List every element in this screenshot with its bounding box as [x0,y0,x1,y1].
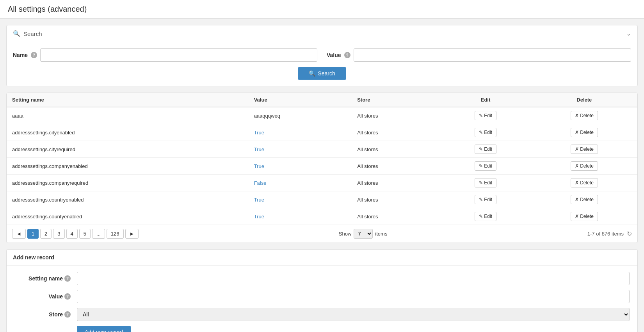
row-edit-cell: ✎ Edit [440,175,531,191]
row-store: All stores [352,124,440,141]
store-select[interactable]: AllStore 1Store 2 [77,308,630,321]
edit-button[interactable]: ✎ Edit [475,195,496,204]
delete-button[interactable]: ✗ Delete [571,195,598,204]
search-icon: 🔍 [13,30,20,37]
row-setting-name: addresssettings.countryenabled [7,191,249,208]
row-setting-name: addresssettings.companyrequired [7,175,249,191]
delete-button[interactable]: ✗ Delete [571,212,598,221]
row-setting-name: addresssettings.countyenabled [7,208,249,225]
col-edit: Edit [440,93,531,107]
delete-button[interactable]: ✗ Delete [571,128,598,137]
edit-button[interactable]: ✎ Edit [475,212,496,221]
search-button[interactable]: 🔍 Search [298,67,346,80]
search-btn-icon: 🔍 [309,70,315,77]
page-button[interactable]: 1 [27,229,39,239]
edit-button[interactable]: ✎ Edit [475,128,496,137]
row-setting-name: aaaa [7,107,249,124]
store-row: Store ? AllStore 1Store 2 [14,308,630,321]
prev-page-button[interactable]: ◄ [12,229,26,239]
row-value: True [249,208,352,225]
value-label: Value [327,52,341,58]
show-items: Show 710152050 items [339,229,388,239]
page-button[interactable]: 4 [66,229,78,239]
row-store: All stores [352,208,440,225]
row-edit-cell: ✎ Edit [440,107,531,124]
row-value: True [249,124,352,141]
row-edit-cell: ✎ Edit [440,141,531,158]
per-page-select[interactable]: 710152050 [354,229,373,239]
row-setting-name: addresssettings.companyenabled [7,158,249,175]
row-store: All stores [352,175,440,191]
row-setting-name: addresssettings.cityrequired [7,141,249,158]
add-btn-row: Add new record [14,326,630,332]
row-delete-cell: ✗ Delete [531,175,637,191]
row-value: True [249,141,352,158]
search-btn-label: Search [318,70,335,77]
name-help-icon: ? [31,52,37,58]
chevron-down-icon: ⌄ [626,30,631,37]
add-record-button[interactable]: Add new record [77,326,131,332]
row-value: False [249,175,352,191]
row-setting-name: addresssettings.cityenabled [7,124,249,141]
page-button[interactable]: 5 [79,229,91,239]
store-label: Store [49,311,63,318]
col-delete: Delete [531,93,637,107]
search-body: Name ? Value ? 🔍 Search [7,42,637,86]
page-button[interactable]: 3 [53,229,64,239]
row-delete-cell: ✗ Delete [531,208,637,225]
name-input[interactable] [40,48,317,62]
store-help-icon: ? [64,311,71,318]
page-button[interactable]: 126 [107,229,124,239]
setting-name-input[interactable] [77,272,630,285]
delete-button[interactable]: ✗ Delete [571,178,598,187]
add-value-label: Value [48,293,63,300]
row-value: aaaqqqweq [249,107,352,124]
row-edit-cell: ✎ Edit [440,124,531,141]
table-row: addresssettings.companyenabledTrueAll st… [7,158,637,175]
page-button[interactable]: 2 [40,229,52,239]
table-row: addresssettings.countyenabledTrueAll sto… [7,208,637,225]
value-row: Value ? [14,290,630,303]
value-input[interactable] [354,48,631,62]
search-toggle[interactable]: 🔍 Search ⌄ [7,25,637,42]
col-value: Value [249,93,352,107]
edit-button[interactable]: ✎ Edit [475,111,496,120]
data-panel: Setting name Value Store Edit Delete aaa… [6,93,638,243]
edit-button[interactable]: ✎ Edit [475,161,496,171]
add-value-help-icon: ? [64,293,71,300]
row-value: True [249,191,352,208]
delete-button[interactable]: ✗ Delete [571,161,598,171]
value-field: Value ? [327,48,631,62]
row-edit-cell: ✎ Edit [440,191,531,208]
table-row: addresssettings.cityenabledTrueAll store… [7,124,637,141]
page-button[interactable]: ... [92,229,105,239]
row-delete-cell: ✗ Delete [531,191,637,208]
delete-button[interactable]: ✗ Delete [571,111,598,120]
edit-button[interactable]: ✎ Edit [475,145,496,154]
refresh-button[interactable]: ↻ [627,230,632,237]
items-label: items [375,231,387,237]
name-field: Name ? [13,48,317,62]
search-panel: 🔍 Search ⌄ Name ? Value ? 🔍 [6,25,638,86]
row-store: All stores [352,141,440,158]
edit-button[interactable]: ✎ Edit [475,178,496,187]
setting-name-help-icon: ? [64,275,71,282]
table-row: addresssettings.countryenabledTrueAll st… [7,191,637,208]
pagination: ◄12345...126► [12,229,139,239]
name-label: Name [13,52,28,58]
add-value-input[interactable] [77,290,630,303]
row-store: All stores [352,107,440,124]
add-record-panel: Add new record Setting name ? Value ? [6,249,638,332]
search-header-label: Search [23,30,42,37]
row-edit-cell: ✎ Edit [440,208,531,225]
row-store: All stores [352,191,440,208]
add-record-body: Setting name ? Value ? Store [7,266,637,332]
page-title: All settings (advanced) [0,0,644,19]
add-record-title: Add new record [7,250,637,266]
items-count-text: 1-7 of 876 items [587,231,624,237]
items-count-area: 1-7 of 876 items ↻ [587,230,632,237]
next-page-button[interactable]: ► [125,229,139,239]
row-delete-cell: ✗ Delete [531,158,637,175]
delete-button[interactable]: ✗ Delete [571,145,598,154]
setting-name-label: Setting name [28,275,63,282]
